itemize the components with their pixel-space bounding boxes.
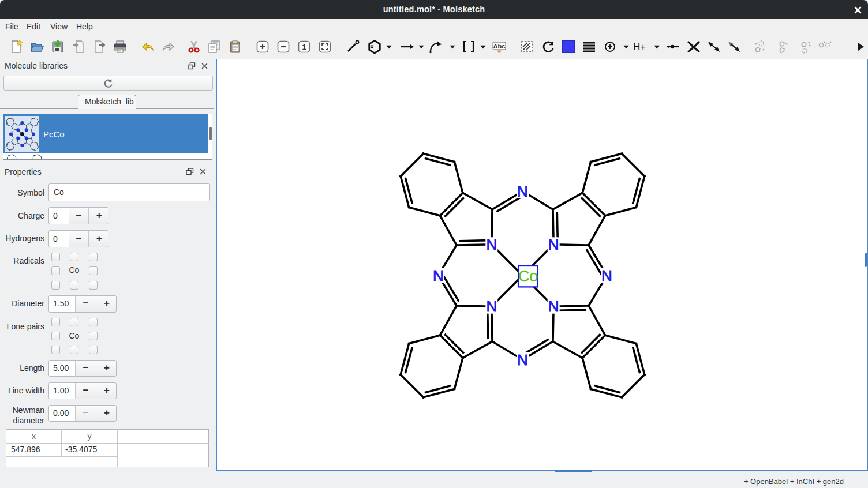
svg-text:H+: H+ — [633, 42, 646, 52]
svg-text:N: N — [486, 236, 497, 253]
svg-text:Co: Co — [518, 268, 538, 285]
svg-text:N: N — [517, 183, 528, 200]
svg-text:N: N — [601, 267, 612, 284]
svg-text:1: 1 — [302, 43, 306, 51]
svg-text:N: N — [548, 236, 559, 253]
svg-text:N: N — [548, 298, 559, 315]
svg-text:N: N — [517, 351, 528, 369]
svg-text:Abc: Abc — [493, 43, 506, 50]
svg-text:N: N — [486, 298, 497, 315]
svg-text:N: N — [433, 267, 444, 284]
